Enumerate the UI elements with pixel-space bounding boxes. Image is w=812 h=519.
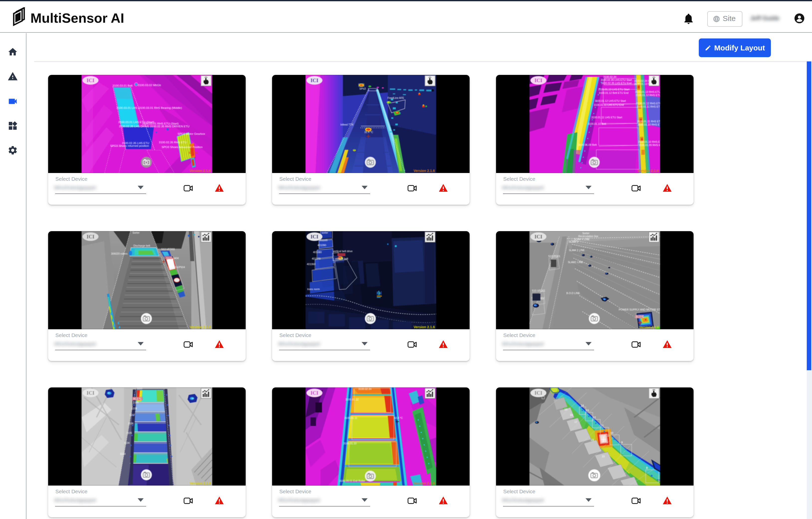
svg-text:3100.01.11 LHS ETU End: 3100.01.11 LHS ETU End [594,103,624,106]
svg-text:1109: 1109 [133,401,139,404]
svg-text:3100.01.09 Belt: 3100.01.09 Belt [578,143,597,146]
svg-text:1105: 1105 [126,431,132,434]
svg-text:ICI: ICI [534,390,543,396]
svg-text:51.7 °C: 51.7 °C [189,151,198,154]
svg-text:3100.01.10 RHS ETU Start: 3100.01.10 RHS ETU Start [638,140,660,143]
svg-text:SPO3 Motor Gearbox: SPO3 Motor Gearbox [178,132,205,135]
svg-text:5127CA04: 5127CA04 [166,256,179,260]
svg-text:46.2 °C: 46.2 °C [133,397,142,400]
svg-text:17: 17 [574,420,577,424]
svg-text:15: 15 [602,455,605,458]
svg-text:401080: 401080 [313,251,322,254]
svg-text:ICI: ICI [87,77,94,83]
svg-text:Version 2.1.6: Version 2.1.6 [413,325,435,329]
svg-text:sorter: sorter [321,231,328,234]
svg-text:SLAM 2 LINE: SLAM 2 LINE [569,249,585,252]
svg-text:SPO3 Shoes returned position: SPO3 Shoes returned position [110,144,149,147]
svg-text:3100.01.10: 3100.01.10 [343,442,357,445]
svg-text:512-VFD03: 512-VFD03 [161,248,175,251]
svg-text:Infeed TTR: Infeed TTR [340,123,354,126]
svg-text:ICI: ICI [534,234,543,240]
svg-text:13: 13 [586,409,589,412]
svg-text:Recirculation line: Recirculation line [578,235,598,238]
svg-text:31.4 °C: 31.4 °C [364,131,373,134]
svg-text:ICI: ICI [311,390,318,396]
svg-text:11: 11 [601,424,604,427]
svg-text:3100.02.34: 3100.02.34 [603,75,616,78]
svg-text:Version 2.1.6: Version 2.1.6 [190,325,211,329]
svg-text:51.1 °C: 51.1 °C [601,434,609,436]
svg-text:3100.01.09 RHS ETU End: 3100.01.09 RHS ETU End [639,143,660,146]
svg-text:42.8 °C: 42.8 °C [394,416,403,419]
svg-text:3100.01.10 RHS ETU End: 3100.01.10 RHS ETU End [638,123,660,126]
svg-text:Version 2.1.6: Version 2.1.6 [190,481,211,485]
svg-text:20: 20 [555,397,558,400]
svg-text:1108: 1108 [132,407,137,410]
svg-text:512-EP504: 512-EP504 [172,266,185,269]
svg-text:SLAM 3: SLAM 3 [569,240,578,243]
svg-text:Version 2.1.6: Version 2.1.6 [639,325,659,329]
svg-text:510-PO01: 510-PO01 [548,255,560,257]
svg-text:3100.01.12 Belt ETU End: 3100.01.12 Belt ETU End [599,91,629,94]
svg-text:1103: 1103 [120,452,126,455]
svg-text:3100.01.11 RHS ETU Start: 3100.01.11 RHS ETU Start [637,120,660,123]
svg-text:3100.01.12 LHS ETU Start: 3100.01.12 LHS ETU Start [595,99,626,102]
svg-text:10: 10 [610,431,613,434]
svg-text:Sorter: Sorter [133,231,140,234]
svg-text:31.7 °C: 31.7 °C [636,315,644,318]
svg-text:ICI: ICI [87,390,94,396]
svg-text:SPo3: SPo3 [359,87,366,90]
svg-text:3100.03.02 MtrGb: 3100.03.02 MtrGb [138,84,161,87]
svg-text:Sorter: Sorter [582,232,589,235]
svg-text:trans norm: trans norm [307,288,320,291]
svg-text:vertical belt: vertical belt [335,257,348,260]
svg-text:3100.03.01 Belt: 3100.03.01 Belt [113,84,133,87]
svg-text:1107: 1107 [129,413,135,416]
svg-text:vertical belt drive: vertical belt drive [333,250,353,253]
svg-text:Discharge belt: Discharge belt [134,244,150,247]
svg-text:18: 18 [570,413,573,416]
svg-text:1104: 1104 [124,441,130,444]
svg-text:3100.01.10 Belt: 3100.01.10 Belt [588,122,606,125]
svg-text:19: 19 [564,408,567,411]
svg-text:3100.03.01 LHS (3100.03.01 RHS: 3100.03.01 LHS (3100.03.01 RHS Bearing (… [116,106,182,109]
svg-text:3100.01.12: 3100.01.12 [345,398,358,401]
svg-text:401070: 401070 [312,257,320,260]
svg-text:3100.02.34: 3100.02.34 [358,387,372,390]
svg-text:9: 9 [621,441,623,444]
svg-text:ICI: ICI [311,77,318,83]
svg-text:POWER SUPPLY AND MOTOR STARTER: POWER SUPPLY AND MOTOR STARTER [619,308,660,311]
svg-text:1110: 1110 [137,387,142,390]
svg-text:12: 12 [593,416,596,419]
svg-text:B.O.D LINE: B.O.D LINE [567,292,580,295]
svg-text:3100.01.11: 3100.01.11 [344,416,357,419]
svg-text:3100.01.12 RHS ETU End: 3100.01.12 RHS ETU End [636,93,660,97]
svg-text:306020 rollers: 306020 rollers [111,252,128,255]
svg-text:3100.02.35 LHS ETU Start: 3100.02.35 LHS ETU Start [601,78,632,81]
svg-text:3100.02.35 RHS ETU: 3100.02.35 RHS ETU [159,141,186,144]
svg-text:SLAM1 LINE: SLAM1 LINE [568,261,583,264]
svg-text:3100.01.11 RHS ETU End: 3100.01.11 RHS ETU End [637,105,660,108]
svg-text:14: 14 [581,404,584,407]
svg-text:SPO3 Shoes Advanced Position: SPO3 Shoes Advanced Position [162,145,203,148]
svg-text:Version 2.1.6: Version 2.1.6 [413,481,435,485]
svg-text:ICI: ICI [534,77,543,83]
svg-text:8: 8 [646,466,648,469]
svg-text:Version 2.1.6: Version 2.1.6 [413,169,435,173]
svg-text:3100.02.35 LHS ETU End: 3100.02.35 LHS ETU End [601,82,632,85]
svg-text:3100.01.12 RHS ETU Start: 3100.01.12 RHS ETU Start [636,102,660,105]
svg-text:FeedLine AFE: FeedLine AFE [387,97,404,99]
svg-text:Version 2.1.6: Version 2.1.6 [637,169,659,173]
svg-text:Version 2.1.6: Version 2.1.6 [190,169,211,173]
svg-text:ICI: ICI [87,234,94,240]
svg-text:3100.01.13 RHS ETU Start: 3100.01.13 RHS ETU Start [635,90,660,93]
svg-text:1106: 1106 [128,422,134,425]
svg-text:3100.02.35 LHS DRIVE 3100.02.3: 3100.02.35 LHS DRIVE 3100.02.35 RHS DRIV… [119,125,190,128]
svg-text:3100.01.13 LHS ETU Start: 3100.01.13 LHS ETU Start [598,88,630,91]
svg-text:3100.09.01 Exit Roller: 3100.09.01 Exit Roller [340,479,365,482]
svg-text:3100.01.11 LHS ETU Start: 3100.01.11 LHS ETU Start [591,116,622,119]
svg-text:401090: 401090 [317,244,326,247]
svg-text:16: 16 [591,438,594,441]
svg-text:401060: 401060 [307,263,316,266]
svg-text:ICI: ICI [311,234,318,240]
